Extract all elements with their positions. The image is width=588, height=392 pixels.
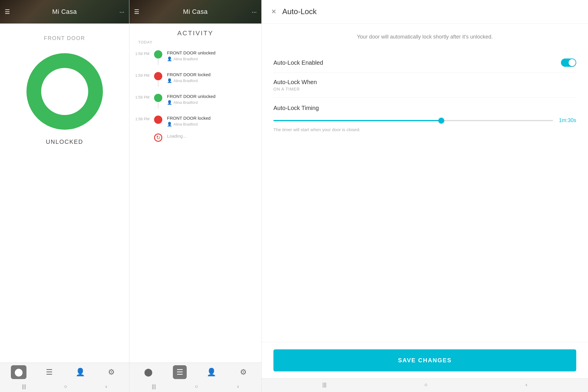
activity-line-3 [158,103,158,109]
activity-dot-col-loading: ↻ [153,134,163,142]
activity-item-1: 1:59 PM FRONT DOOR unlocked 👤 Alina Brad… [135,50,255,65]
save-btn-container: SAVE CHANGES [262,342,588,378]
mid-gesture-circle: ○ [195,383,198,390]
autolock-header: ✕ Auto-Lock [262,0,588,24]
save-changes-button[interactable]: SAVE CHANGES [273,349,576,371]
autolock-toggle[interactable] [561,59,576,67]
middle-dots-icon[interactable]: ··· [252,9,257,15]
middle-nav-icons: ⬤ ☰ 👤 ⚙ [129,363,261,381]
door-label: FRONT DOOR [44,35,85,41]
middle-banner: ☰ Mi Casa ··· [129,0,261,24]
activity-dot-loading: ↻ [154,134,162,142]
person-icon: 👤 [76,368,85,377]
activity-section: ACTIVITY TODAY 1:59 PM FRONT DOOR unlock… [129,24,261,363]
activity-info-3: FRONT DOOR unlocked 👤 Alina Bradford [163,94,255,105]
activity-item-2: 1:59 PM FRONT DOOR locked 👤 Alina Bradfo… [135,72,255,87]
timing-value: 1m:30s [559,117,576,124]
mid-gesture-lines: ||| [152,383,156,390]
middle-banner-title: Mi Casa [183,8,208,16]
activity-dot-col-2 [153,72,163,87]
activity-time-loading [135,134,153,135]
mid-nav-gear-btn[interactable]: ⚙ [236,365,250,379]
close-button[interactable]: ✕ [271,8,276,16]
user-icon-4: 👤 [167,122,172,126]
activity-event-2: FRONT DOOR locked [167,72,255,77]
mid-gear-icon: ⚙ [240,368,247,377]
activity-line-2 [158,81,158,87]
activity-dot-col-4 [153,116,163,124]
mid-list-icon: ☰ [176,368,183,377]
user-icon-2: 👤 [167,78,172,83]
activity-user-2: 👤 Alina Bradford [167,78,255,83]
activity-time-1: 1:59 PM [135,50,153,56]
nav-person-btn[interactable]: 👤 [72,365,88,379]
lock-ring[interactable] [26,53,103,130]
activity-event-loading: Loading... [167,134,255,139]
lock-status: UNLOCKED [46,139,83,145]
autolock-panel: ✕ Auto-Lock Your door will automatically… [262,0,588,392]
user-icon-3: 👤 [167,100,172,105]
activity-dot-col-3 [153,94,163,109]
nav-lock-btn[interactable]: ⬤ [11,365,26,379]
gesture-back: ‹ [105,383,107,390]
middle-menu-icon[interactable]: ☰ [134,8,139,15]
today-label: TODAY [135,40,255,44]
autolock-title: Auto-Lock [282,7,317,16]
activity-dot-1 [154,50,162,59]
activity-user-1: 👤 Alina Bradford [167,56,255,61]
left-dots-icon[interactable]: ··· [119,9,124,15]
middle-panel: ☰ Mi Casa ··· ACTIVITY TODAY 1:59 PM FRO… [129,0,262,392]
slider-track[interactable] [273,120,553,121]
lock-ring-inner [41,68,88,115]
left-nav-gestures: ||| ○ ‹ [0,381,129,392]
left-nav-icons: ⬤ ☰ 👤 ⚙ [0,363,129,381]
nav-list-btn[interactable]: ☰ [42,365,56,379]
middle-bottom-nav: ⬤ ☰ 👤 ⚙ ||| ○ ‹ [129,363,261,392]
left-banner-title: Mi Casa [52,8,77,16]
lock-icon: ⬤ [14,368,23,377]
gesture-lines: ||| [22,383,26,390]
activity-time-2: 1:59 PM [135,72,153,78]
right-gesture-circle: ○ [425,382,428,388]
user-icon-1: 👤 [167,56,172,61]
autolock-when-label: Auto-Lock When [273,79,317,86]
activity-item-loading: ↻ Loading... [135,134,255,142]
nav-gear-btn[interactable]: ⚙ [104,365,118,379]
activity-info-4: FRONT DOOR locked 👤 Alina Bradford [163,116,255,126]
activity-event-3: FRONT DOOR unlocked [167,94,255,99]
mid-gesture-back: ‹ [237,383,239,390]
autolock-body: Your door will automatically lock shortl… [262,24,588,192]
left-panel: ☰ Mi Casa ··· FRONT DOOR UNLOCKED ⬤ ☰ 👤 … [0,0,129,392]
right-panel: ✕ Auto-Lock Your door will automatically… [262,0,588,392]
activity-item-4: 1:58 PM FRONT DOOR locked 👤 Alina Bradfo… [135,116,255,126]
activity-dot-2 [154,72,162,80]
left-bottom-nav: ⬤ ☰ 👤 ⚙ ||| ○ ‹ [0,363,129,392]
activity-user-3: 👤 Alina Bradford [167,100,255,105]
activity-info-loading: Loading... [163,134,255,140]
autolock-when-value: ON A TIMER [273,87,317,91]
slider-thumb[interactable] [438,118,444,124]
activity-time-4: 1:58 PM [135,116,153,121]
autolock-enabled-label: Auto-Lock Enabled [273,59,323,66]
gesture-circle: ○ [64,383,67,390]
right-gesture-lines: ||| [323,382,327,388]
mid-nav-person-btn[interactable]: 👤 [203,365,220,379]
activity-line-1 [158,59,158,65]
mid-lock-icon: ⬤ [144,368,153,377]
left-menu-icon[interactable]: ☰ [5,8,10,15]
right-gesture-back: ‹ [525,382,527,388]
autolock-spacer [262,192,588,342]
toggle-knob [569,59,576,66]
activity-info-1: FRONT DOOR unlocked 👤 Alina Bradford [163,50,255,61]
activity-dot-col-1 [153,50,163,65]
timing-hint: The timer will start when your door is c… [273,127,576,132]
autolock-description: Your door will automatically lock shortl… [273,33,576,41]
mid-nav-lock-btn[interactable]: ⬤ [141,365,156,379]
activity-event-4: FRONT DOOR locked [167,116,255,121]
activity-user-4: 👤 Alina Bradford [167,122,255,126]
gear-icon: ⚙ [108,368,115,377]
autolock-enabled-row: Auto-Lock Enabled [273,53,576,73]
list-icon: ☰ [46,368,53,377]
right-bottom-nav: ||| ○ ‹ [262,378,588,392]
mid-nav-list-btn[interactable]: ☰ [173,365,187,379]
